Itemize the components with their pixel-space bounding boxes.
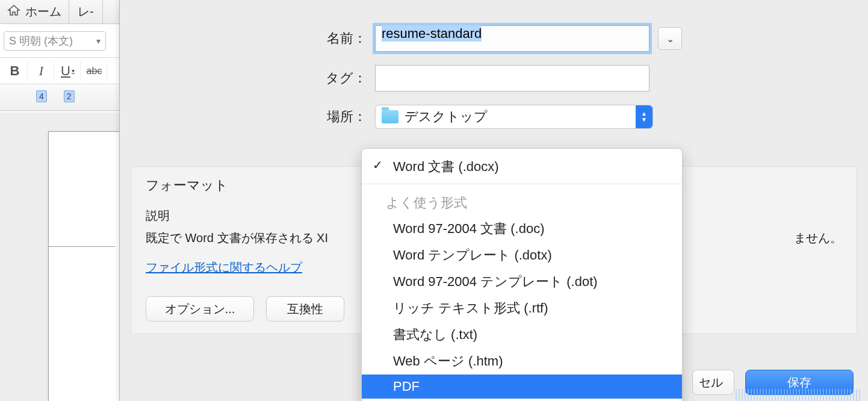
compatibility-button[interactable]: 互換性	[266, 296, 344, 322]
check-icon: ✓	[373, 158, 383, 172]
format-option-docx[interactable]: ✓ Word 文書 (.docx)	[362, 154, 682, 180]
tags-label: タグ：	[144, 69, 367, 87]
home-tab-icon[interactable]: ホーム	[0, 0, 69, 23]
expand-dialog-button[interactable]: ⌄	[658, 27, 682, 50]
format-option-doc[interactable]: Word 97-2004 文書 (.doc)	[362, 216, 682, 242]
select-stepper-icon: ▲▼	[636, 105, 653, 128]
format-option-htm[interactable]: Web ページ (.htm)	[362, 348, 682, 375]
home-tab-label: ホーム	[25, 4, 61, 20]
chevron-down-icon: ⌄	[666, 33, 674, 45]
italic-button[interactable]: I	[29, 61, 54, 81]
bottom-decoration	[736, 389, 862, 401]
format-option-dot[interactable]: Word 97-2004 テンプレート (.dot)	[362, 269, 682, 295]
house-icon	[7, 4, 20, 19]
layout-tab-partial[interactable]: レ-	[69, 0, 103, 23]
format-dropdown: ✓ Word 文書 (.docx) よく使う形式 Word 97-2004 文書…	[361, 148, 683, 401]
location-select[interactable]: デスクトップ ▲▼	[375, 105, 653, 129]
format-option-txt[interactable]: 書式なし (.txt)	[362, 322, 682, 348]
filename-input[interactable]: resume-standard	[375, 25, 649, 52]
format-option-rtf[interactable]: リッチ テキスト形式 (.rtf)	[362, 295, 682, 322]
font-family-combo[interactable]: S 明朝 (本文) ▾	[4, 31, 106, 51]
name-label: 名前：	[144, 30, 367, 48]
strikethrough-button[interactable]: abc	[82, 61, 107, 81]
description-text-right: ません。	[794, 230, 842, 246]
chevron-down-icon: ▾	[96, 36, 101, 46]
folder-icon	[382, 110, 398, 123]
ruler-mark-4: 4	[36, 90, 47, 102]
tags-input[interactable]	[375, 65, 649, 92]
chevron-down-icon: ▾	[72, 67, 75, 74]
options-button[interactable]: オプション...	[146, 296, 254, 322]
file-format-help-link[interactable]: ファイル形式に関するヘルプ	[146, 260, 302, 276]
underline-button[interactable]: U ▾	[55, 61, 81, 81]
page-margin-line	[49, 246, 115, 247]
cancel-button[interactable]: セル	[692, 370, 734, 395]
bold-button[interactable]: B	[2, 61, 28, 81]
ruler-mark-2: 2	[64, 90, 75, 102]
format-section-common: よく使う形式	[362, 188, 682, 216]
description-text-left: 既定で Word 文書が保存される XI	[146, 230, 328, 246]
format-option-dotx[interactable]: Word テンプレート (.dotx)	[362, 242, 682, 269]
format-option-pdf[interactable]: PDF	[362, 375, 682, 399]
location-label: 場所：	[144, 108, 367, 126]
dropdown-separator	[362, 184, 682, 184]
format-label: フォーマット	[146, 176, 228, 194]
location-value: デスクトップ	[405, 108, 488, 126]
